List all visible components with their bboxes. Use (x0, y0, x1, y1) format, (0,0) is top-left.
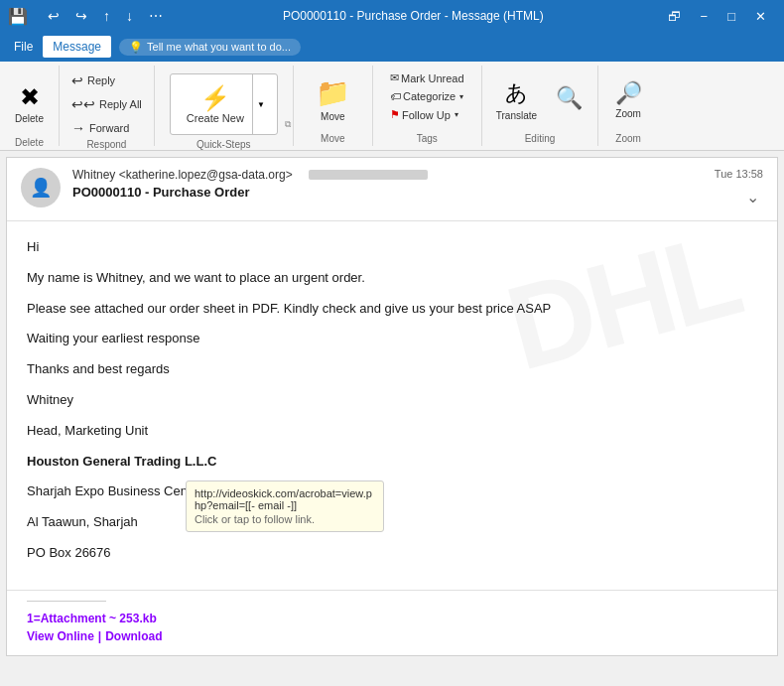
tags-buttons: ✉ Mark Unread 🏷 Categorize ▾ ⚑ Follow Up… (386, 69, 468, 123)
menu-file[interactable]: File (4, 36, 43, 58)
respond-group-content: ↩ Reply ↩↩ Reply All → Forward (65, 66, 148, 139)
move-group-label: Move (321, 133, 344, 146)
folder-icon: 📁 (316, 76, 350, 109)
tell-me-bar[interactable]: 💡 Tell me what you want to do... (119, 39, 301, 56)
move-buttons: 📁 Move (308, 69, 358, 129)
avatar: 👤 (21, 168, 61, 207)
respond-buttons: ↩ Reply ↩↩ Reply All → Forward (65, 69, 148, 139)
email-subject: PO0000110 - Purchase Order (72, 185, 703, 200)
editing-group-content: あ Translate 🔍 (488, 66, 591, 133)
quick-steps-label: quick-steps (196, 139, 250, 152)
expand-button[interactable]: ⌄ (742, 184, 763, 210)
reply-all-button[interactable]: ↩↩ Reply All (65, 93, 148, 115)
menu-message[interactable]: Message (43, 36, 111, 58)
zoom-button[interactable]: 🔎 Zoom (607, 69, 650, 129)
translate-button[interactable]: あ Translate (488, 69, 545, 129)
translate-label: Translate (496, 110, 537, 121)
email-body: DHL Hi My name is Whitney, and we want t… (7, 221, 777, 590)
address1: Sharjah Expo Business Centre, 1st FLoor (27, 481, 757, 502)
title-bar-controls: ↩ ↪ ↑ ↓ ⋯ (42, 6, 169, 26)
download-link[interactable]: Download (105, 629, 162, 643)
menu-bar: File Message 💡 Tell me what you want to … (0, 32, 784, 62)
address3: PO Box 26676 (27, 543, 757, 564)
maximize-button[interactable]: □ (718, 5, 745, 28)
company-name: Houston General Trading L.L.C (27, 452, 757, 473)
respond-group-label: Respond (86, 139, 126, 152)
pipe-separator: | (98, 629, 101, 643)
follow-up-arrow: ▾ (455, 110, 458, 119)
move-button[interactable]: 📁 Move (308, 69, 358, 129)
follow-up-label: Follow Up (402, 109, 451, 121)
quick-steps-expand[interactable]: ⧉ (285, 119, 291, 130)
ribbon-group-zoom: 🔎 Zoom Zoom (598, 66, 658, 146)
reply-label: Reply (87, 74, 115, 86)
categorize-button[interactable]: 🏷 Categorize ▾ (386, 88, 468, 104)
ribbon-group-editing: あ Translate 🔍 Editing (482, 66, 598, 146)
reply-button[interactable]: ↩ Reply (65, 69, 148, 91)
ribbon-group-tags: ✉ Mark Unread 🏷 Categorize ▾ ⚑ Follow Up… (373, 66, 482, 146)
close-button[interactable]: ✕ (745, 5, 776, 28)
lightning-icon: ⚡ (200, 84, 230, 112)
editing-group-label: Editing (525, 133, 556, 146)
attachment-label: 1=Attachment ~ 253.kb (27, 612, 757, 625)
search-button[interactable]: 🔍 (547, 69, 591, 129)
more-button[interactable]: ⋯ (143, 6, 169, 26)
create-new-button[interactable]: ⚡ Create New ▼ (170, 73, 278, 135)
attachment-divider (27, 601, 106, 602)
avatar-icon: 👤 (30, 177, 52, 199)
create-new-arrow[interactable]: ▼ (252, 74, 269, 134)
email-header: 👤 Whitney <katherine.lopez@gsa-data.org>… (7, 158, 777, 221)
ribbon-group-respond: ↩ Reply ↩↩ Reply All → Forward Respond (60, 66, 155, 146)
window-title: PO0000110 - Purchase Order - Message (HT… (169, 9, 658, 23)
ribbon-group-delete: ✖ Delete Delete (0, 66, 60, 146)
regards-line: Thanks and best regards (27, 359, 757, 380)
quick-steps-content: ⚡ Create New ▼ ⧉ (168, 66, 280, 139)
pdf-line: Please see attached our order sheet in P… (27, 299, 757, 320)
follow-up-button[interactable]: ⚑ Follow Up ▾ (386, 106, 468, 123)
forward-icon: → (71, 120, 85, 136)
name-line: Whitney (27, 390, 757, 411)
email-time: Tue 13:58 (715, 168, 763, 180)
redo-button[interactable]: ↪ (69, 6, 93, 26)
head-line: Head, Marketing Unit (27, 421, 757, 442)
delete-label: Delete (15, 113, 44, 124)
email-body-content: Hi My name is Whitney, and we want to pl… (27, 237, 757, 564)
reply-all-icon: ↩↩ (71, 96, 95, 112)
tooltip-hint: Click or tap to follow link. (195, 513, 375, 525)
email-header-info: Whitney <katherine.lopez@gsa-data.org> P… (72, 168, 703, 200)
mark-unread-button[interactable]: ✉ Mark Unread (386, 69, 468, 86)
ribbon: ✖ Delete Delete ↩ Reply ↩↩ Reply All → F… (0, 62, 784, 151)
zoom-icon: 🔎 (615, 80, 642, 106)
lightbulb-icon: 💡 (129, 41, 143, 54)
search-icon: 🔍 (556, 85, 583, 111)
attachment-actions: View Online | Download (27, 629, 757, 643)
minimize-button[interactable]: − (691, 5, 719, 28)
ribbon-group-quick-steps: ⚡ Create New ▼ ⧉ quick-steps (155, 66, 294, 146)
down-button[interactable]: ↓ (120, 6, 139, 26)
category-icon: 🏷 (390, 90, 401, 102)
email-from: Whitney <katherine.lopez@gsa-data.org> (72, 168, 293, 182)
view-online-link[interactable]: View Online (27, 629, 94, 643)
tooltip-url: http://videoskick.com/acrobat=view.php?e… (195, 487, 375, 511)
email-redacted-bar (309, 170, 428, 180)
translate-icon: あ (505, 78, 528, 108)
reply-icon: ↩ (71, 72, 83, 88)
up-button[interactable]: ↑ (97, 6, 116, 26)
title-bar-left: 💾 ↩ ↪ ↑ ↓ ⋯ (8, 6, 169, 26)
zoom-group-content: 🔎 Zoom (607, 66, 650, 133)
delete-icon: ✖ (20, 83, 40, 111)
mark-unread-label: Mark Unread (401, 72, 464, 84)
tags-group-label: Tags (417, 133, 438, 146)
delete-group-content: ✖ Delete (7, 66, 52, 137)
tell-me-text: Tell me what you want to do... (147, 41, 291, 53)
save-icon[interactable]: 💾 (8, 7, 28, 26)
envelope-icon: ✉ (390, 71, 399, 84)
title-bar: 💾 ↩ ↪ ↑ ↓ ⋯ PO0000110 - Purchase Order -… (0, 0, 784, 32)
forward-button[interactable]: → Forward (65, 117, 148, 139)
restore-button[interactable]: 🗗 (658, 5, 691, 28)
delete-button[interactable]: ✖ Delete (7, 69, 52, 137)
delete-group-label: Delete (15, 137, 44, 150)
undo-button[interactable]: ↩ (42, 6, 65, 26)
create-new-label: Create New (187, 112, 244, 124)
zoom-group-label: Zoom (615, 133, 641, 146)
